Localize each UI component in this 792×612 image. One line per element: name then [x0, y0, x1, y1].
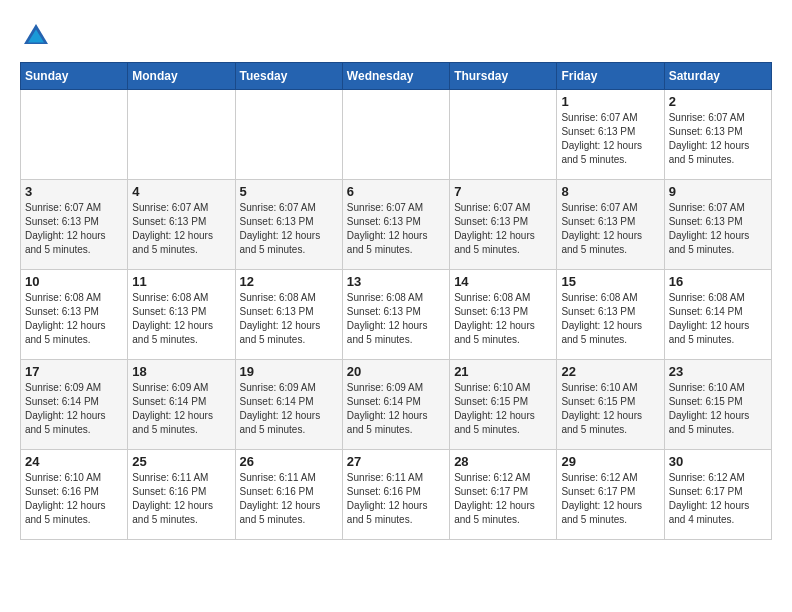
day-info: Sunrise: 6:09 AMSunset: 6:14 PMDaylight:…	[25, 381, 123, 437]
calendar-cell	[235, 90, 342, 180]
calendar-cell: 16Sunrise: 6:08 AMSunset: 6:14 PMDayligh…	[664, 270, 771, 360]
day-info: Sunrise: 6:08 AMSunset: 6:13 PMDaylight:…	[25, 291, 123, 347]
day-number: 6	[347, 184, 445, 199]
calendar-cell: 1Sunrise: 6:07 AMSunset: 6:13 PMDaylight…	[557, 90, 664, 180]
header-day-wednesday: Wednesday	[342, 63, 449, 90]
day-number: 11	[132, 274, 230, 289]
calendar-cell: 3Sunrise: 6:07 AMSunset: 6:13 PMDaylight…	[21, 180, 128, 270]
day-number: 21	[454, 364, 552, 379]
calendar-cell: 8Sunrise: 6:07 AMSunset: 6:13 PMDaylight…	[557, 180, 664, 270]
day-number: 27	[347, 454, 445, 469]
day-number: 2	[669, 94, 767, 109]
day-number: 8	[561, 184, 659, 199]
logo	[20, 20, 56, 52]
day-info: Sunrise: 6:09 AMSunset: 6:14 PMDaylight:…	[347, 381, 445, 437]
calendar-header: SundayMondayTuesdayWednesdayThursdayFrid…	[21, 63, 772, 90]
calendar-cell: 24Sunrise: 6:10 AMSunset: 6:16 PMDayligh…	[21, 450, 128, 540]
day-info: Sunrise: 6:07 AMSunset: 6:13 PMDaylight:…	[669, 201, 767, 257]
day-info: Sunrise: 6:07 AMSunset: 6:13 PMDaylight:…	[669, 111, 767, 167]
calendar-cell: 30Sunrise: 6:12 AMSunset: 6:17 PMDayligh…	[664, 450, 771, 540]
calendar-body: 1Sunrise: 6:07 AMSunset: 6:13 PMDaylight…	[21, 90, 772, 540]
calendar-cell: 10Sunrise: 6:08 AMSunset: 6:13 PMDayligh…	[21, 270, 128, 360]
calendar-cell: 4Sunrise: 6:07 AMSunset: 6:13 PMDaylight…	[128, 180, 235, 270]
day-info: Sunrise: 6:12 AMSunset: 6:17 PMDaylight:…	[561, 471, 659, 527]
calendar-cell: 5Sunrise: 6:07 AMSunset: 6:13 PMDaylight…	[235, 180, 342, 270]
day-number: 12	[240, 274, 338, 289]
header-day-monday: Monday	[128, 63, 235, 90]
day-number: 30	[669, 454, 767, 469]
week-row-2: 10Sunrise: 6:08 AMSunset: 6:13 PMDayligh…	[21, 270, 772, 360]
header-row: SundayMondayTuesdayWednesdayThursdayFrid…	[21, 63, 772, 90]
week-row-3: 17Sunrise: 6:09 AMSunset: 6:14 PMDayligh…	[21, 360, 772, 450]
day-number: 19	[240, 364, 338, 379]
calendar-cell: 29Sunrise: 6:12 AMSunset: 6:17 PMDayligh…	[557, 450, 664, 540]
day-info: Sunrise: 6:10 AMSunset: 6:15 PMDaylight:…	[561, 381, 659, 437]
day-info: Sunrise: 6:07 AMSunset: 6:13 PMDaylight:…	[561, 201, 659, 257]
calendar-cell: 7Sunrise: 6:07 AMSunset: 6:13 PMDaylight…	[450, 180, 557, 270]
calendar-cell: 11Sunrise: 6:08 AMSunset: 6:13 PMDayligh…	[128, 270, 235, 360]
day-info: Sunrise: 6:09 AMSunset: 6:14 PMDaylight:…	[240, 381, 338, 437]
day-info: Sunrise: 6:08 AMSunset: 6:13 PMDaylight:…	[454, 291, 552, 347]
logo-icon	[20, 20, 52, 52]
calendar-cell: 13Sunrise: 6:08 AMSunset: 6:13 PMDayligh…	[342, 270, 449, 360]
day-number: 24	[25, 454, 123, 469]
calendar-cell: 23Sunrise: 6:10 AMSunset: 6:15 PMDayligh…	[664, 360, 771, 450]
calendar-cell: 20Sunrise: 6:09 AMSunset: 6:14 PMDayligh…	[342, 360, 449, 450]
day-number: 22	[561, 364, 659, 379]
day-number: 20	[347, 364, 445, 379]
day-info: Sunrise: 6:08 AMSunset: 6:13 PMDaylight:…	[561, 291, 659, 347]
day-info: Sunrise: 6:10 AMSunset: 6:15 PMDaylight:…	[454, 381, 552, 437]
header-day-thursday: Thursday	[450, 63, 557, 90]
day-info: Sunrise: 6:07 AMSunset: 6:13 PMDaylight:…	[25, 201, 123, 257]
day-info: Sunrise: 6:07 AMSunset: 6:13 PMDaylight:…	[132, 201, 230, 257]
day-info: Sunrise: 6:08 AMSunset: 6:13 PMDaylight:…	[132, 291, 230, 347]
calendar-cell: 19Sunrise: 6:09 AMSunset: 6:14 PMDayligh…	[235, 360, 342, 450]
day-number: 3	[25, 184, 123, 199]
calendar-cell: 2Sunrise: 6:07 AMSunset: 6:13 PMDaylight…	[664, 90, 771, 180]
day-number: 18	[132, 364, 230, 379]
day-number: 1	[561, 94, 659, 109]
calendar-cell: 9Sunrise: 6:07 AMSunset: 6:13 PMDaylight…	[664, 180, 771, 270]
header-day-saturday: Saturday	[664, 63, 771, 90]
day-info: Sunrise: 6:08 AMSunset: 6:13 PMDaylight:…	[347, 291, 445, 347]
day-info: Sunrise: 6:10 AMSunset: 6:15 PMDaylight:…	[669, 381, 767, 437]
day-info: Sunrise: 6:10 AMSunset: 6:16 PMDaylight:…	[25, 471, 123, 527]
day-info: Sunrise: 6:09 AMSunset: 6:14 PMDaylight:…	[132, 381, 230, 437]
header-day-friday: Friday	[557, 63, 664, 90]
calendar-cell: 18Sunrise: 6:09 AMSunset: 6:14 PMDayligh…	[128, 360, 235, 450]
calendar-cell	[21, 90, 128, 180]
day-info: Sunrise: 6:12 AMSunset: 6:17 PMDaylight:…	[669, 471, 767, 527]
week-row-4: 24Sunrise: 6:10 AMSunset: 6:16 PMDayligh…	[21, 450, 772, 540]
day-number: 23	[669, 364, 767, 379]
calendar-cell: 6Sunrise: 6:07 AMSunset: 6:13 PMDaylight…	[342, 180, 449, 270]
calendar-cell: 15Sunrise: 6:08 AMSunset: 6:13 PMDayligh…	[557, 270, 664, 360]
day-number: 26	[240, 454, 338, 469]
calendar-cell: 21Sunrise: 6:10 AMSunset: 6:15 PMDayligh…	[450, 360, 557, 450]
header-day-sunday: Sunday	[21, 63, 128, 90]
day-number: 7	[454, 184, 552, 199]
header-day-tuesday: Tuesday	[235, 63, 342, 90]
day-info: Sunrise: 6:08 AMSunset: 6:13 PMDaylight:…	[240, 291, 338, 347]
calendar-table: SundayMondayTuesdayWednesdayThursdayFrid…	[20, 62, 772, 540]
day-info: Sunrise: 6:07 AMSunset: 6:13 PMDaylight:…	[240, 201, 338, 257]
day-number: 9	[669, 184, 767, 199]
day-info: Sunrise: 6:11 AMSunset: 6:16 PMDaylight:…	[347, 471, 445, 527]
calendar-cell: 17Sunrise: 6:09 AMSunset: 6:14 PMDayligh…	[21, 360, 128, 450]
day-number: 29	[561, 454, 659, 469]
calendar-cell	[342, 90, 449, 180]
day-number: 14	[454, 274, 552, 289]
calendar-cell: 28Sunrise: 6:12 AMSunset: 6:17 PMDayligh…	[450, 450, 557, 540]
calendar-cell: 12Sunrise: 6:08 AMSunset: 6:13 PMDayligh…	[235, 270, 342, 360]
day-info: Sunrise: 6:07 AMSunset: 6:13 PMDaylight:…	[347, 201, 445, 257]
calendar-cell	[128, 90, 235, 180]
day-number: 10	[25, 274, 123, 289]
day-info: Sunrise: 6:11 AMSunset: 6:16 PMDaylight:…	[240, 471, 338, 527]
day-info: Sunrise: 6:12 AMSunset: 6:17 PMDaylight:…	[454, 471, 552, 527]
day-info: Sunrise: 6:07 AMSunset: 6:13 PMDaylight:…	[454, 201, 552, 257]
day-number: 13	[347, 274, 445, 289]
calendar-cell	[450, 90, 557, 180]
day-number: 5	[240, 184, 338, 199]
day-info: Sunrise: 6:11 AMSunset: 6:16 PMDaylight:…	[132, 471, 230, 527]
day-number: 15	[561, 274, 659, 289]
calendar-cell: 22Sunrise: 6:10 AMSunset: 6:15 PMDayligh…	[557, 360, 664, 450]
